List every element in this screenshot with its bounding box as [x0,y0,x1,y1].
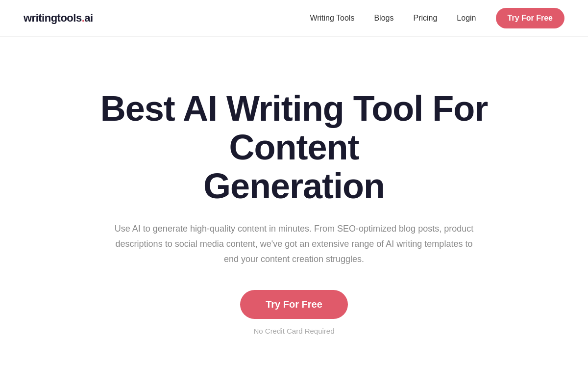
hero-title: Best AI Writing Tool For Content Generat… [74,89,514,206]
nav-link-pricing[interactable]: Pricing [413,14,437,23]
logo[interactable]: writingtools.ai [24,12,93,25]
hero-subtitle: Use AI to generate high-quality content … [108,221,480,266]
logo-text-before-dot: writingtools [24,12,82,24]
hero-title-line1: Best AI Writing Tool For Content [100,89,488,167]
navbar: writingtools.ai Writing Tools Blogs Pric… [0,0,588,37]
nav-links: Writing Tools Blogs Pricing Login Try Fo… [310,8,564,28]
logo-text-after-dot: ai [84,12,93,24]
hero-note: No Credit Card Required [253,327,334,335]
nav-link-blogs[interactable]: Blogs [374,14,393,23]
nav-link-writing-tools[interactable]: Writing Tools [310,14,354,23]
nav-link-login[interactable]: Login [457,14,476,23]
hero-try-for-free-button[interactable]: Try For Free [240,290,348,319]
hero-section: Best AI Writing Tool For Content Generat… [0,37,588,368]
nav-try-for-free-button[interactable]: Try For Free [496,8,564,28]
hero-title-line2: Generation [203,166,385,206]
